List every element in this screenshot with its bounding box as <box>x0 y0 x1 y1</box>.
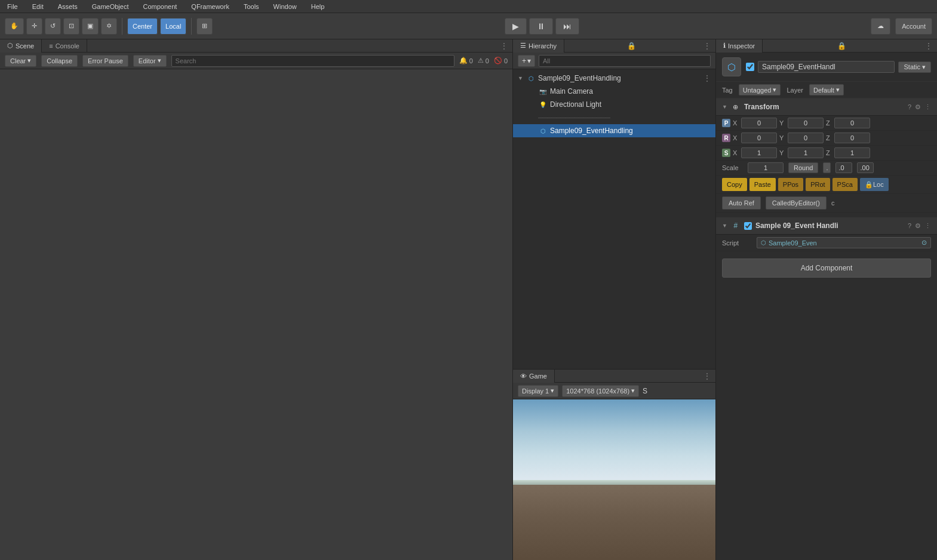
dot-btn[interactable]: . <box>823 162 831 173</box>
round-btn[interactable]: Round <box>788 162 818 173</box>
rot-z-input[interactable] <box>834 133 870 143</box>
transform-settings-icon[interactable]: ⚙ <box>915 103 921 111</box>
play-btn[interactable]: ▶ <box>505 18 527 35</box>
resolution-dropdown[interactable]: 1024*768 (1024x768) ▾ <box>562 385 639 397</box>
hier-lock-icon[interactable]: 🔒 <box>622 42 641 50</box>
transform-header[interactable]: ▼ ⊕ Transform ? ⚙ ⋮ <box>716 99 937 116</box>
editor-arrow-icon: ▾ <box>158 57 161 64</box>
rot-z-label: Z <box>826 134 832 141</box>
rotate-tool-btn[interactable]: ↺ <box>45 18 61 35</box>
copy-btn[interactable]: Copy <box>722 178 747 191</box>
pivot-local-btn[interactable]: Local <box>160 18 186 35</box>
ppos-btn[interactable]: PPos <box>778 178 803 191</box>
paste-btn[interactable]: Paste <box>749 178 776 191</box>
transform-help-icon[interactable]: ? <box>908 103 911 110</box>
object-enabled-checkbox[interactable] <box>746 63 754 71</box>
snap-btn[interactable]: ⊞ <box>196 18 213 35</box>
pos-x-input[interactable] <box>741 118 777 128</box>
script-target-icon[interactable]: ⊙ <box>921 239 927 247</box>
list-item[interactable]: 💡 Directional Light <box>513 98 715 111</box>
hier-more-icon[interactable]: ⋮ <box>699 42 715 50</box>
menu-tools[interactable]: Tools <box>241 2 262 11</box>
psca-btn[interactable]: PSca <box>832 178 858 191</box>
menu-window[interactable]: Window <box>271 2 299 11</box>
scale-y-input[interactable] <box>788 147 824 158</box>
hier-add-btn[interactable]: + ▾ <box>518 55 535 67</box>
tab-inspector[interactable]: ℹ Inspector <box>716 39 763 53</box>
prot-btn[interactable]: PRot <box>806 178 830 191</box>
collapse-btn[interactable]: Collapse <box>41 55 78 67</box>
clear-btn[interactable]: Clear ▾ <box>5 55 36 67</box>
insp-lock-btn[interactable]: 🔒 <box>832 42 851 50</box>
tag-value: Untagged <box>743 87 772 94</box>
script-settings-icon[interactable]: ⚙ <box>915 222 921 230</box>
toolbar-sep-2 <box>191 18 192 35</box>
rot-y-input[interactable] <box>788 133 824 143</box>
scale-z-input[interactable] <box>834 147 870 158</box>
menu-assets[interactable]: Assets <box>56 2 80 11</box>
insp-more-btn[interactable]: ⋮ <box>920 42 937 50</box>
account-btn[interactable]: Account <box>895 18 932 35</box>
tab-scene[interactable]: ⬡ Scene <box>0 39 42 53</box>
menu-gameobject[interactable]: GameObject <box>90 2 131 11</box>
hier-tab-label: Hierarchy <box>529 42 557 50</box>
tag-dropdown[interactable]: Untagged ▾ <box>739 84 781 96</box>
game-more-icon[interactable]: ⋮ <box>699 372 715 380</box>
toolbar-sep-1 <box>122 18 122 35</box>
loc-btn[interactable]: 🔒Loc <box>860 178 889 191</box>
tab-console[interactable]: ≡ Console <box>42 39 87 53</box>
static-dropdown[interactable]: Static ▾ <box>898 61 931 73</box>
rot-x-input[interactable] <box>741 133 777 143</box>
position-label: P <box>722 119 730 127</box>
main-toolbar: ✋ ✛ ↺ ⊡ ▣ ✡ Center Local ⊞ ▶ ⏸ ⏭ ☁ Accou… <box>0 13 937 39</box>
pos-y-input[interactable] <box>788 118 824 128</box>
script-ref[interactable]: ⬡ Sample09_Even ⊙ <box>757 237 931 248</box>
scale-tool-btn[interactable]: ⊡ <box>63 18 79 35</box>
scale-uniform-input[interactable] <box>748 162 784 173</box>
log-badge-info: 🔔 0 <box>459 57 473 64</box>
add-component-btn[interactable]: Add Component <box>722 259 931 278</box>
rect-tool-btn[interactable]: ▣ <box>82 18 99 35</box>
calledby-btn[interactable]: CalledByEditor() <box>766 196 827 210</box>
decimal1-input[interactable] <box>835 162 852 173</box>
error-pause-btn[interactable]: Error Pause <box>82 55 128 67</box>
menu-help[interactable]: Help <box>309 2 327 11</box>
pos-z-input[interactable] <box>834 118 870 128</box>
editor-btn[interactable]: Editor ▾ <box>133 55 167 67</box>
script-more-icon[interactable]: ⋮ <box>924 222 931 230</box>
scene-viewport[interactable] <box>0 69 512 560</box>
menu-edit[interactable]: Edit <box>30 2 46 11</box>
list-item[interactable]: ▼ ⬡ Sample09_EventHandling ⋮ <box>513 72 715 85</box>
list-item[interactable]: ⬡ Sample09_EventHandling <box>513 124 715 137</box>
hand-tool-btn[interactable]: ✋ <box>5 18 24 35</box>
decimal2-input[interactable] <box>857 162 874 173</box>
autoref-btn[interactable]: Auto Ref <box>722 196 761 210</box>
scale-x-input[interactable] <box>741 147 777 158</box>
cloud-btn[interactable]: ☁ <box>871 18 890 35</box>
tab-game[interactable]: 👁 Game <box>513 370 555 383</box>
object-name-input[interactable] <box>758 61 895 73</box>
hier-item-more-icon[interactable]: ⋮ <box>703 74 711 82</box>
script-component-header[interactable]: ▼ # Sample 09_Event Handli ? ⚙ ⋮ <box>716 217 937 235</box>
transform-tool-btn[interactable]: ✡ <box>101 18 117 35</box>
tab-more-btn[interactable]: ⋮ <box>496 42 512 50</box>
hier-search-input[interactable] <box>539 55 711 67</box>
menu-component[interactable]: Component <box>140 2 179 11</box>
menu-qframework[interactable]: QFramework <box>189 2 232 11</box>
display-dropdown[interactable]: Display 1 ▾ <box>518 385 558 397</box>
list-item[interactable]: 📷 Main Camera <box>513 85 715 98</box>
script-help-icon[interactable]: ? <box>908 222 911 229</box>
console-search-input[interactable] <box>171 55 454 67</box>
toolbar-right: ☁ Account <box>871 18 932 35</box>
pivot-center-btn[interactable]: Center <box>127 18 158 35</box>
pause-btn[interactable]: ⏸ <box>529 18 553 35</box>
game-viewport[interactable] <box>513 399 715 560</box>
layer-dropdown[interactable]: Default ▾ <box>809 84 844 96</box>
move-tool-btn[interactable]: ✛ <box>26 18 42 35</box>
script-enabled-checkbox[interactable] <box>744 222 752 230</box>
transform-more-icon[interactable]: ⋮ <box>924 103 931 111</box>
menu-file[interactable]: File <box>5 2 20 11</box>
step-btn[interactable]: ⏭ <box>555 18 579 35</box>
tab-hierarchy[interactable]: ☰ Hierarchy <box>513 39 564 53</box>
right-panels: ☰ Hierarchy 🔒 ⋮ + ▾ ▼ ⬡ Sam <box>513 39 937 560</box>
